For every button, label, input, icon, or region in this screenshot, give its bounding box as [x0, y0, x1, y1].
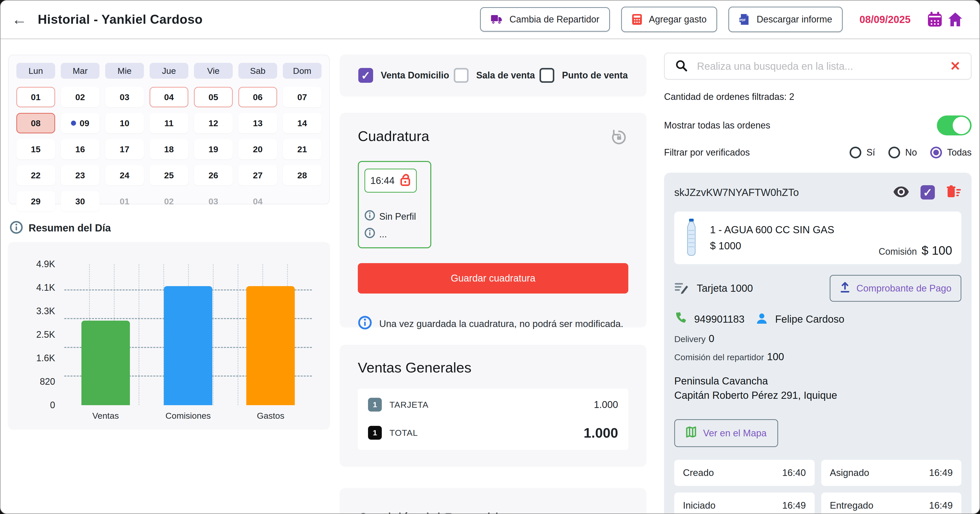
calendar-day-25[interactable]: 25	[150, 165, 188, 185]
radio-icon-selected[interactable]	[930, 147, 942, 158]
bar-gastos[interactable]	[246, 286, 295, 405]
info-icon	[10, 221, 23, 235]
order-verified-checkbox[interactable]	[921, 185, 935, 200]
payment-method: Tarjeta 1000	[697, 283, 753, 294]
back-arrow-icon[interactable]: ←	[12, 12, 27, 27]
time-value: 16:49	[929, 468, 953, 478]
radio-icon[interactable]	[850, 147, 861, 158]
save-cuadratura-button[interactable]: Guardar cuadratura	[358, 263, 628, 294]
payment-amount: 1.000	[594, 399, 618, 410]
calendar-day-01[interactable]: 01	[16, 87, 55, 107]
calendar-day-17[interactable]: 17	[105, 139, 144, 160]
product-info: 1 - AGUA 600 CC SIN GAS $ 1000	[710, 224, 834, 252]
payment-row: Tarjeta 1000 Comprobante de Pago	[674, 275, 961, 302]
grid-line-vertical	[138, 264, 139, 405]
calendar-day-18[interactable]: 18	[150, 139, 188, 160]
checkbox-label: Punto de venta	[562, 70, 628, 81]
change-courier-button[interactable]: Cambia de Repartidor	[480, 7, 610, 32]
calendar-day-07[interactable]: 07	[283, 87, 321, 107]
checkbox-unchecked-icon[interactable]	[454, 68, 469, 83]
search-input[interactable]	[697, 60, 950, 72]
calendar-grid: 0102030405060708091011121314151617181920…	[16, 87, 321, 212]
calendar-day-24[interactable]: 24	[105, 165, 144, 185]
trash-icon[interactable]	[946, 185, 961, 200]
radio-label: No	[905, 147, 917, 158]
verified-filter-label: Filtrar por verificados	[664, 147, 750, 158]
radio-option-no[interactable]: No	[888, 147, 917, 158]
calendar-day-21[interactable]: 21	[283, 139, 321, 160]
radio-option-todas[interactable]: Todas	[930, 147, 972, 158]
product-price: $ 1000	[710, 240, 834, 252]
receipt-lines-icon	[674, 281, 689, 295]
calendar-day-05[interactable]: 05	[194, 87, 233, 107]
comision-repartidor-title: Comisión del Repartidor	[358, 510, 628, 514]
home-icon[interactable]	[947, 11, 963, 27]
commission-value: $ 100	[921, 243, 952, 257]
calendar-day-06[interactable]: 06	[239, 87, 277, 107]
calendar-day-27[interactable]: 27	[239, 165, 277, 185]
calendar-day-13[interactable]: 13	[239, 113, 277, 133]
calendar-day-19[interactable]: 19	[194, 139, 233, 160]
ventas-generales-rows: 1 TARJETA 1.000 1 TOTAL 1.000	[358, 389, 628, 450]
checkbox-punto-de-venta[interactable]: Punto de venta	[539, 68, 628, 83]
calendar-day-22[interactable]: 22	[16, 165, 55, 185]
calendar-icon[interactable]	[927, 11, 943, 27]
payment-receipt-button[interactable]: Comprobante de Pago	[830, 275, 961, 302]
clear-search-icon[interactable]: ✕	[950, 60, 961, 73]
calendar-day-02: 02	[150, 191, 188, 212]
y-axis-tick: 4.9K	[36, 259, 55, 270]
show-all-orders-toggle[interactable]	[937, 115, 972, 136]
radio-option-si[interactable]: Sí	[850, 147, 875, 158]
calendar-day-29[interactable]: 29	[16, 191, 55, 212]
view-on-map-button[interactable]: Ver en el Mapa	[674, 419, 778, 447]
bar-ventas[interactable]	[81, 321, 130, 405]
calendar-day-03[interactable]: 03	[105, 87, 144, 107]
checkbox-checked-icon[interactable]	[358, 68, 373, 83]
calendar-day-headers: LunMarMieJueVieSabDom	[16, 63, 321, 79]
bar-comisiones[interactable]	[164, 286, 212, 405]
calendar-day-26[interactable]: 26	[194, 165, 233, 185]
rotate-lock-icon[interactable]	[609, 128, 628, 148]
left-column: LunMarMieJueVieSabDom 010203040506070809…	[8, 55, 330, 429]
calendar-day-12[interactable]: 12	[194, 113, 233, 133]
calendar-day-28[interactable]: 28	[283, 165, 321, 185]
calendar-day-23[interactable]: 23	[61, 165, 100, 185]
day-summary-chart: 4.9K4.1K3.3K2.5K1.6K8200 VentasComisione…	[8, 242, 330, 429]
total-amount: 1.000	[584, 425, 618, 441]
calendar-day-30[interactable]: 30	[61, 191, 100, 212]
checkbox-unchecked-icon[interactable]	[539, 68, 554, 83]
verified-filter-row: Filtrar por verificados Sí No Todas	[664, 147, 972, 158]
add-expense-label: Agregar gasto	[649, 14, 707, 25]
map-icon	[686, 426, 697, 440]
calendar-day-02[interactable]: 02	[61, 87, 100, 107]
info-icon-blue	[358, 316, 372, 332]
eye-icon[interactable]	[893, 186, 909, 199]
cuadratura-time: 16:44	[370, 175, 395, 186]
time-created: Creado 16:40	[674, 460, 815, 486]
calculator-icon	[632, 14, 642, 25]
radio-icon[interactable]	[888, 147, 900, 158]
calendar-day-20[interactable]: 20	[239, 139, 277, 160]
calendar-day-11[interactable]: 11	[150, 113, 188, 133]
cuadratura-time-box[interactable]: 16:44	[364, 169, 417, 193]
calendar-day-09[interactable]: 09	[61, 113, 100, 133]
open-lock-icon[interactable]	[400, 174, 411, 188]
calendar-day-header: Mie	[105, 63, 144, 79]
calendar-day-15[interactable]: 15	[16, 139, 55, 160]
time-delivered: Entregado 16:49	[821, 493, 962, 514]
calendar-day-08[interactable]: 08	[16, 113, 55, 133]
address-line-1: Peninsula Cavancha	[674, 374, 961, 388]
chart-y-axis: 4.9K4.1K3.3K2.5K1.6K8200	[21, 264, 64, 405]
calendar-day-10[interactable]: 10	[105, 113, 144, 133]
day-summary-title: Resumen del Día	[29, 222, 111, 234]
calendar-day-14[interactable]: 14	[283, 113, 321, 133]
download-report-button[interactable]: PDF Descargar informe	[729, 6, 843, 32]
checkbox-sala-de-venta[interactable]: Sala de venta	[454, 68, 535, 83]
order-id: skJZzvKW7NYAFTW0hZTo	[674, 187, 799, 198]
event-dot-icon	[71, 121, 76, 126]
y-axis-tick: 1.6K	[36, 353, 55, 364]
checkbox-venta-domicilio[interactable]: Venta Domicilio	[358, 68, 449, 83]
calendar-day-16[interactable]: 16	[61, 139, 100, 160]
calendar-day-04[interactable]: 04	[150, 87, 188, 107]
add-expense-button[interactable]: Agregar gasto	[621, 6, 717, 32]
